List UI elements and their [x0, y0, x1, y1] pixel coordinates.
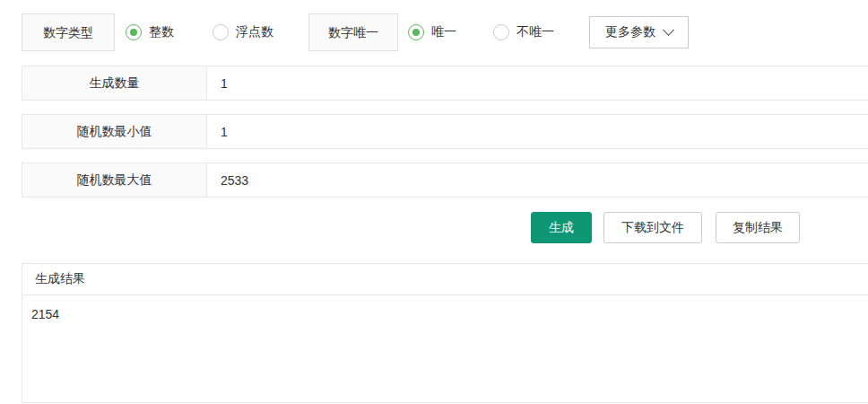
radio-unchecked-icon — [213, 24, 229, 40]
form-row-min: 随机数最小值 1 — [22, 114, 868, 149]
result-panel: 生成结果 2154 — [22, 263, 868, 403]
radio-checked-icon — [408, 24, 424, 40]
result-header: 生成结果 — [22, 264, 868, 295]
radio-not-unique-label: 不唯一 — [516, 24, 554, 40]
more-params-label: 更多参数 — [605, 24, 655, 40]
uniqueness-label-box: 数字唯一 — [308, 13, 398, 51]
radio-float[interactable]: 浮点数 — [213, 24, 273, 40]
chevron-down-icon — [663, 24, 674, 36]
form-row-count: 生成数量 1 — [22, 66, 868, 101]
count-input[interactable]: 1 — [207, 66, 868, 100]
generate-button[interactable]: 生成 — [531, 212, 592, 243]
form-row-max: 随机数最大值 2533 — [22, 162, 868, 198]
max-value-label: 随机数最大值 — [22, 163, 207, 197]
radio-integer[interactable]: 整数 — [126, 24, 174, 40]
min-value-input[interactable]: 1 — [207, 115, 868, 148]
download-to-file-button[interactable]: 下载到文件 — [603, 212, 702, 243]
radio-unique[interactable]: 唯一 — [408, 24, 456, 40]
more-params-button[interactable]: 更多参数 — [589, 16, 689, 48]
radio-checked-icon — [126, 24, 142, 40]
min-value-label: 随机数最小值 — [22, 115, 207, 148]
radio-not-unique[interactable]: 不唯一 — [493, 24, 554, 40]
count-label: 生成数量 — [22, 66, 207, 100]
action-buttons-row: 生成 下载到文件 复制结果 — [531, 212, 868, 243]
number-type-label-box: 数字类型 — [22, 13, 115, 51]
radio-float-label: 浮点数 — [236, 24, 273, 40]
max-value-input[interactable]: 2533 — [207, 163, 868, 197]
radio-unchecked-icon — [493, 24, 509, 40]
copy-result-button[interactable]: 复制结果 — [716, 212, 800, 243]
result-value[interactable]: 2154 — [22, 295, 868, 333]
top-controls-bar: 数字类型 整数 浮点数 数字唯一 唯一 不唯一 更多参数 — [22, 13, 868, 51]
radio-unique-label: 唯一 — [431, 24, 456, 40]
radio-integer-label: 整数 — [149, 24, 174, 40]
